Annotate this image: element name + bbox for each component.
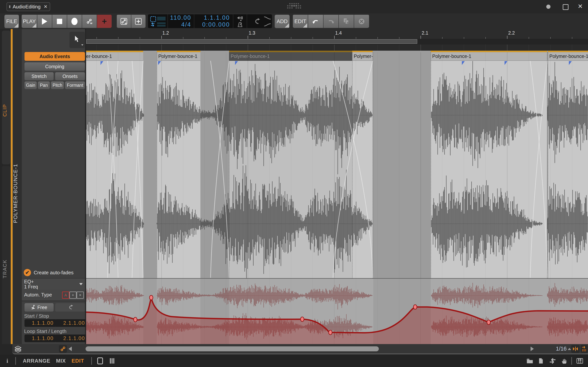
clip-boundary-line[interactable]: [352, 52, 353, 278]
clip-boundary-line[interactable]: [229, 52, 230, 278]
fade-marker-icon[interactable]: [569, 61, 572, 65]
fade-marker-icon[interactable]: [101, 61, 103, 65]
info-icon[interactable]: i: [7, 358, 8, 364]
snap-button[interactable]: [571, 345, 579, 353]
fade-in-icon[interactable]: [264, 23, 271, 27]
view-tab-arrange[interactable]: ARRANGE: [23, 358, 50, 364]
clip-overdub-button[interactable]: [131, 15, 146, 28]
window-restore-icon[interactable]: [563, 4, 569, 10]
piano-keyboard-icon[interactable]: [577, 358, 583, 364]
auto-scroll-button[interactable]: [581, 345, 588, 353]
play-mode-free-button[interactable]: Free: [25, 303, 54, 312]
loop-icon[interactable]: [252, 18, 261, 25]
cancel-button[interactable]: [354, 15, 369, 28]
add-button[interactable]: ADD: [275, 15, 290, 28]
automation-point[interactable]: [301, 317, 304, 322]
automation-curve[interactable]: [86, 279, 588, 345]
fade-marker-icon[interactable]: [235, 61, 238, 65]
fade-marker-icon[interactable]: [505, 61, 507, 65]
comping-tab[interactable]: Comping: [25, 62, 85, 71]
onsets-tab[interactable]: Onsets: [55, 72, 85, 80]
pitch-tab[interactable]: Pitch: [51, 81, 64, 89]
timeline-ruler[interactable]: 1.21.31.42.12.2: [86, 29, 588, 39]
window-dot-icon[interactable]: [546, 5, 551, 9]
view-tab-mix[interactable]: MIX: [56, 358, 66, 364]
automation-point[interactable]: [329, 330, 332, 335]
overdub-button[interactable]: +: [97, 15, 112, 28]
autom-type-multiply-button[interactable]: ×: [77, 292, 84, 299]
duplicate-button[interactable]: [339, 15, 354, 28]
automation-point[interactable]: [414, 305, 417, 309]
mapping-arrows-icon[interactable]: [549, 358, 556, 364]
clip-boundary-line[interactable]: [547, 52, 547, 278]
undo-button[interactable]: [308, 15, 323, 28]
punch-in-icon[interactable]: [237, 16, 243, 22]
overview-scrollbar-thumb[interactable]: [86, 39, 417, 44]
pan-tab[interactable]: Pan: [38, 81, 50, 89]
autom-type-absolute-button[interactable]: A: [62, 292, 69, 299]
scroll-right-icon[interactable]: [531, 347, 534, 351]
loop-start-field[interactable]: 1.1.1.00: [25, 334, 56, 342]
redo-button[interactable]: [323, 15, 339, 28]
track-name-strip[interactable]: POLYMER-BOUNCE-1: [13, 29, 22, 344]
stop-value-field[interactable]: 2.1.1.00: [55, 319, 88, 327]
project-tab[interactable]: AudioEditing ✕: [7, 2, 50, 11]
timeline-overview-scrollbar[interactable]: [86, 39, 588, 44]
stretch-tab[interactable]: Stretch: [25, 72, 54, 80]
close-tab-icon[interactable]: ✕: [44, 4, 47, 9]
horizontal-scrollbar-thumb[interactable]: [86, 346, 379, 351]
scroll-left-icon[interactable]: [69, 347, 72, 351]
fade-marker-icon[interactable]: [462, 61, 465, 65]
cursor-tool-button[interactable]: [69, 32, 85, 48]
metronome-icon[interactable]: [237, 22, 243, 27]
clip-area[interactable]: er-bounce-1Polymer-bounce-1Polymer-bounc…: [86, 51, 588, 278]
view-tab-edit[interactable]: EDIT: [72, 358, 84, 364]
clip-boundary-line[interactable]: [157, 52, 157, 278]
clip-tab-label[interactable]: CLIP: [2, 98, 10, 123]
clip-panel-tab[interactable]: [2, 31, 10, 164]
clip-boundary-line[interactable]: [431, 52, 431, 278]
automation-lane[interactable]: [86, 278, 588, 345]
display-tempo-section[interactable]: 110.00 4/4: [168, 14, 194, 28]
hand-tool-icon[interactable]: [561, 358, 567, 364]
fade-marker-icon[interactable]: [158, 61, 161, 65]
fade-out-icon[interactable]: [264, 16, 271, 20]
play-menu-button[interactable]: PLAY: [21, 15, 37, 28]
play-mode-loop-button[interactable]: [55, 303, 85, 312]
cursor-tool-dropdown-icon[interactable]: [81, 44, 83, 46]
loop-length-field[interactable]: 2.1.1.00: [55, 334, 88, 342]
clip-automation-write-button[interactable]: w: [117, 15, 131, 28]
layers-icon[interactable]: [14, 346, 22, 352]
clip-boundary-line[interactable]: [373, 52, 373, 278]
display-position-section[interactable]: 1.1.1.00 0:00.000: [194, 14, 233, 28]
track-tab-label[interactable]: TRACK: [2, 255, 10, 283]
browser-folder-icon[interactable]: [527, 358, 533, 364]
grid-value-label[interactable]: 1/16: [556, 346, 567, 352]
create-auto-fades-row[interactable]: ✔ Create auto-fades: [22, 268, 85, 278]
audio-events-tab[interactable]: Audio Events: [25, 52, 85, 61]
file-button[interactable]: FILE: [4, 15, 19, 28]
grid-value-up-icon[interactable]: [568, 348, 571, 350]
automation-write-button[interactable]: w: [82, 15, 97, 28]
clip-boundary-line[interactable]: [548, 52, 548, 278]
create-auto-fades-checkbox[interactable]: ✔: [24, 269, 31, 276]
multi-lane-icon[interactable]: [110, 358, 114, 364]
automation-point[interactable]: [487, 320, 490, 325]
window-close-icon[interactable]: ✕: [578, 3, 583, 10]
cpu-icon[interactable]: [150, 16, 156, 22]
file-icon[interactable]: [538, 358, 543, 364]
automation-point[interactable]: [134, 317, 137, 322]
gain-tab[interactable]: Gain: [25, 81, 37, 89]
automation-point[interactable]: [149, 295, 153, 300]
edit-menu-button[interactable]: EDIT: [293, 15, 308, 28]
autom-type-additive-button[interactable]: +: [69, 292, 77, 299]
play-button[interactable]: [37, 15, 52, 28]
start-value-field[interactable]: 1.1.1.00: [25, 319, 56, 327]
automation-target-select[interactable]: EQ+ 1 Freq: [22, 278, 85, 290]
automation-target-dropdown-icon[interactable]: [79, 283, 83, 285]
io-arrows-icon[interactable]: [150, 22, 156, 27]
formant-tab[interactable]: Formant: [65, 81, 85, 89]
stop-button[interactable]: [52, 15, 67, 28]
single-panel-icon[interactable]: [97, 358, 103, 364]
link-scroll-button[interactable]: [59, 345, 67, 353]
